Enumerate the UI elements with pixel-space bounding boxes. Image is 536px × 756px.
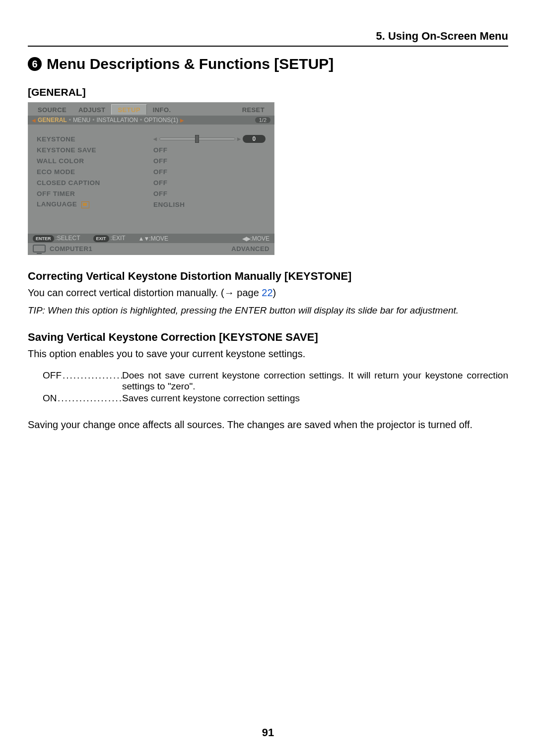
heading-keystone-save: Saving Vertical Keystone Correction [KEY… (28, 331, 508, 344)
row-language[interactable]: LANGUAGE ENGLISH (37, 199, 266, 210)
value-wall-color: OFF (153, 157, 193, 165)
row-eco-mode[interactable]: ECO MODE OFF (37, 166, 266, 177)
osd-body: KEYSTONE ◀ ▶ 0 KEYSTONE SAVE OFF WALL CO… (28, 125, 274, 234)
def-term-on: ON (43, 393, 58, 403)
general-heading: [GENERAL] (28, 86, 508, 98)
separator-dot: • (69, 117, 71, 124)
osd-subtabbar: ◀ GENERAL • MENU • INSTALLATION • OPTION… (28, 116, 274, 125)
osd-hintbar: ENTER:SELECT EXIT:EXIT ▲▼:MOVE ◀▶:MOVE (28, 234, 274, 243)
heading-keystone: Correcting Vertical Keystone Distortion … (28, 270, 508, 283)
slider-track[interactable] (159, 137, 235, 141)
updown-arrow-icon: ▲▼ (138, 235, 149, 242)
tab-adjust[interactable]: ADJUST (72, 105, 111, 115)
keystone-slider[interactable]: ◀ ▶ 0 (153, 135, 266, 143)
def-desc-on: Saves current keystone correction settin… (122, 393, 508, 404)
value-off-timer: OFF (153, 190, 193, 197)
tab-info[interactable]: INFO. (147, 105, 177, 115)
section-number-badge: 6 (28, 57, 42, 71)
row-wall-color[interactable]: WALL COLOR OFF (37, 155, 266, 166)
section-title: 6 Menu Descriptions & Functions [SETUP] (28, 56, 508, 72)
subtab-installation[interactable]: INSTALLATION (96, 117, 138, 124)
source-icon (33, 245, 46, 252)
row-off-timer[interactable]: OFF TIMER OFF (37, 188, 266, 199)
exit-pill: EXIT (93, 235, 109, 242)
status-source: COMPUTER1 (50, 245, 92, 252)
language-icon (81, 201, 89, 208)
def-row-on: ON Saves current keystone correction set… (43, 393, 508, 404)
hint-move-h: :MOVE (250, 235, 269, 242)
subtab-general[interactable]: GENERAL (38, 117, 67, 124)
hint-move-v: :MOVE (149, 235, 168, 242)
label-off-timer: OFF TIMER (37, 190, 153, 197)
value-language: ENGLISH (153, 201, 193, 208)
def-term-off: OFF (43, 370, 63, 380)
enter-pill: ENTER (33, 235, 54, 242)
osd-statusbar: COMPUTER1 ADVANCED (28, 243, 274, 255)
para-saving: Saving your change once affects all sour… (28, 418, 508, 432)
definition-list: OFF Does not save current keystone corre… (43, 370, 508, 404)
leftright-arrow-icon: ◀▶ (242, 235, 250, 242)
hint-exit: :EXIT (111, 235, 126, 242)
tab-source[interactable]: SOURCE (32, 105, 72, 115)
separator-dot: • (92, 117, 94, 124)
slider-value: 0 (243, 135, 266, 143)
slider-right-icon: ▶ (237, 136, 241, 141)
tab-reset[interactable]: RESET (236, 105, 270, 115)
subtab-options1[interactable]: OPTIONS(1) (144, 117, 178, 124)
label-keystone: KEYSTONE (37, 135, 153, 143)
slider-handle[interactable] (195, 135, 199, 143)
label-keystone-save: KEYSTONE SAVE (37, 146, 153, 154)
page-number: 91 (0, 726, 536, 739)
page-link-22[interactable]: 22 (262, 287, 272, 298)
def-row-off: OFF Does not save current keystone corre… (43, 370, 508, 392)
label-language: LANGUAGE (37, 200, 153, 208)
label-wall-color: WALL COLOR (37, 157, 153, 165)
para-keystone-save: This option enables you to save your cur… (28, 347, 508, 361)
left-arrow-icon: ◀ (32, 118, 36, 123)
hint-select: :SELECT (56, 235, 80, 242)
osd-menu: SOURCE ADJUST SETUP INFO. RESET ◀ GENERA… (28, 102, 274, 255)
slider-left-icon: ◀ (153, 136, 157, 141)
subtab-menu[interactable]: MENU (73, 117, 90, 124)
section-title-text: Menu Descriptions & Functions [SETUP] (47, 56, 334, 72)
osd-tabbar: SOURCE ADJUST SETUP INFO. RESET (28, 102, 274, 116)
value-closed-caption: OFF (153, 179, 193, 187)
tab-setup[interactable]: SETUP (111, 104, 146, 115)
separator-dot: • (140, 117, 142, 124)
value-eco-mode: OFF (153, 168, 193, 176)
right-arrow-icon: ▶ (180, 118, 184, 123)
tip-text: TIP: When this option is highlighted, pr… (28, 305, 508, 316)
label-eco-mode: ECO MODE (37, 168, 153, 176)
row-closed-caption[interactable]: CLOSED CAPTION OFF (37, 177, 266, 188)
para-keystone: You can correct vertical distortion manu… (28, 286, 508, 300)
status-mode: ADVANCED (231, 245, 269, 252)
row-keystone-save[interactable]: KEYSTONE SAVE OFF (37, 144, 266, 155)
row-keystone[interactable]: KEYSTONE ◀ ▶ 0 (37, 133, 266, 144)
page-indicator: 1/2 (255, 117, 270, 123)
value-keystone-save: OFF (153, 146, 193, 154)
chapter-header: 5. Using On-Screen Menu (28, 30, 508, 47)
def-desc-off: Does not save current keystone correctio… (122, 370, 508, 392)
label-closed-caption: CLOSED CAPTION (37, 179, 153, 187)
